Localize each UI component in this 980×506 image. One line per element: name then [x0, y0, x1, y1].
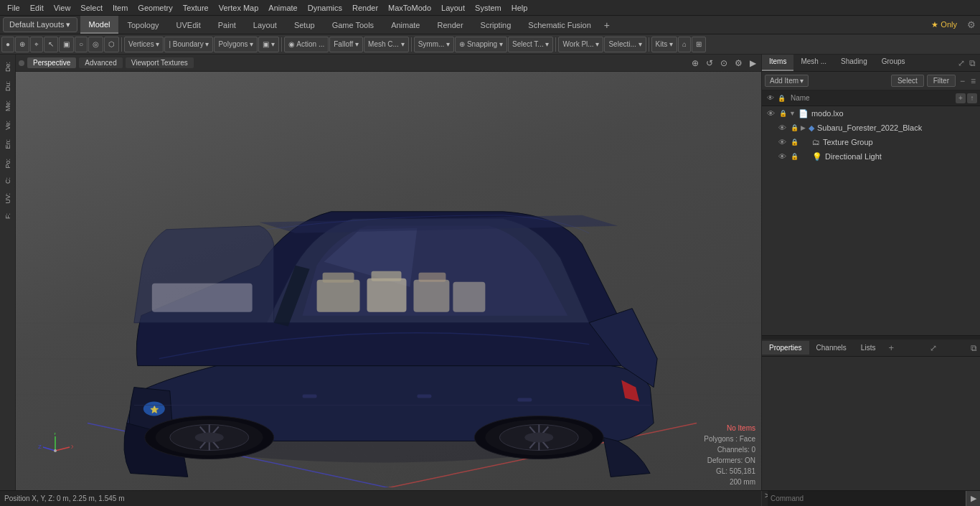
menu-item[interactable]: Item: [108, 2, 132, 14]
panel-tab-shading[interactable]: Shading: [834, 55, 875, 71]
viewport-settings-icon[interactable]: ⚙: [732, 57, 745, 69]
menu-geometry[interactable]: Geometry: [133, 2, 176, 14]
select-btn[interactable]: Select: [891, 75, 924, 87]
tab-topology[interactable]: Topology: [118, 16, 167, 34]
polygons-dropdown[interactable]: Polygons ▾: [214, 37, 258, 52]
sidebar-tab-du[interactable]: Du:: [3, 77, 13, 95]
col-sort[interactable]: ↑: [967, 93, 977, 103]
scene-tree[interactable]: 👁 🔒 ▼ 📄 modo.lxo 👁 🔒 ▶ ◆ Subaru_Forester…: [762, 106, 980, 335]
menu-vertex-map[interactable]: Vertex Map: [215, 2, 263, 14]
panel-tab-groups[interactable]: Groups: [875, 55, 913, 71]
mesh-c-btn[interactable]: Mesh C... ▾: [364, 37, 409, 52]
sidebar-tab-po[interactable]: Po:: [3, 154, 13, 173]
mesh-mode-btn[interactable]: ▣ ▾: [258, 37, 279, 52]
symm-btn[interactable]: Symm... ▾: [414, 37, 454, 52]
panel-detach-icon[interactable]: ⧉: [968, 57, 977, 70]
menu-dynamics[interactable]: Dynamics: [303, 2, 347, 14]
viewport[interactable]: Perspective Advanced Viewport Textures ⊕…: [16, 55, 761, 490]
props-detach-btn[interactable]: ⧉: [968, 342, 980, 355]
selecti-btn[interactable]: Selecti... ▾: [604, 37, 646, 52]
tree-eye-2[interactable]: 👁: [776, 138, 788, 146]
viewport-fit-icon[interactable]: ⊕: [689, 57, 701, 69]
panel-tab-mesh[interactable]: Mesh ...: [793, 55, 834, 71]
boundary-dropdown[interactable]: | Boundary ▾: [164, 37, 213, 52]
props-tab-properties[interactable]: Properties: [762, 341, 809, 355]
viewport-tab-textures[interactable]: Viewport Textures: [126, 57, 194, 68]
command-input[interactable]: [768, 491, 966, 506]
circle-btn[interactable]: ○: [75, 37, 88, 52]
tab-animate[interactable]: Animate: [382, 16, 428, 34]
tab-layout[interactable]: Layout: [245, 16, 286, 34]
viewport-play-icon[interactable]: ▶: [748, 57, 758, 69]
tab-paint[interactable]: Paint: [209, 16, 245, 34]
home-btn[interactable]: ⌂: [678, 37, 691, 52]
kits-btn[interactable]: Kits ▾: [651, 37, 677, 52]
tree-item-modo-lxo[interactable]: 👁 🔒 ▼ 📄 modo.lxo: [762, 106, 980, 121]
tree-item-directional-light[interactable]: 👁 🔒 💡 Directional Light: [762, 149, 980, 164]
menu-maxtomodo[interactable]: MaxToModo: [384, 2, 435, 14]
work-pl-btn[interactable]: Work Pl... ▾: [558, 37, 603, 52]
scene-area[interactable]: ⭐ X Y Z: [16, 72, 761, 490]
props-add-btn[interactable]: +: [884, 341, 898, 355]
menu-system[interactable]: System: [471, 2, 506, 14]
panel-expand-icon[interactable]: ⤢: [956, 57, 966, 70]
center-btn[interactable]: ⌖: [30, 37, 43, 52]
action-btn[interactable]: ◉ Action ...: [284, 37, 329, 52]
vertices-dropdown[interactable]: Vertices ▾: [124, 37, 164, 52]
menu-select[interactable]: Select: [76, 2, 107, 14]
props-tab-channels[interactable]: Channels: [809, 341, 854, 355]
add-layout-tab[interactable]: +: [600, 18, 614, 32]
viewport-zoom-icon[interactable]: ⊙: [718, 57, 730, 69]
sidebar-tab-uv[interactable]: UV:: [3, 189, 13, 208]
tree-item-texture-group[interactable]: 👁 🔒 🗂 Texture Group: [762, 135, 980, 149]
menu-help[interactable]: Help: [507, 2, 532, 14]
select-t-btn[interactable]: Select T... ▾: [508, 37, 554, 52]
panel-tab-items[interactable]: Items: [762, 55, 793, 71]
tab-scripting[interactable]: Scripting: [472, 16, 520, 34]
menu-texture[interactable]: Texture: [179, 2, 213, 14]
sidebar-tab-f[interactable]: F:: [3, 209, 13, 223]
props-expand-btn[interactable]: ⤢: [927, 342, 940, 355]
lasso-btn[interactable]: ◎: [88, 37, 103, 52]
layout-dropdown[interactable]: Default Layouts ▾: [3, 17, 77, 32]
tree-eye-1[interactable]: 👁: [776, 123, 788, 132]
command-go-button[interactable]: ▶: [966, 491, 980, 506]
viewport-tab-advanced[interactable]: Advanced: [79, 57, 122, 68]
grid-btn[interactable]: ⊞: [692, 37, 706, 52]
tab-uvedit[interactable]: UVEdit: [168, 16, 209, 34]
tab-schematic-fusion[interactable]: Schematic Fusion: [519, 16, 599, 34]
panel-collapse-icon[interactable]: −: [958, 76, 966, 86]
viewport-reset-icon[interactable]: ↺: [704, 57, 715, 69]
box-btn[interactable]: ▣: [59, 37, 74, 52]
menu-render[interactable]: Render: [348, 2, 382, 14]
tab-model[interactable]: Model: [80, 16, 119, 34]
props-tab-lists[interactable]: Lists: [854, 341, 883, 355]
tree-arrow-0[interactable]: ▼: [789, 110, 796, 117]
cursor-btn[interactable]: ↖: [44, 37, 58, 52]
layout-settings-icon[interactable]: ⚙: [963, 18, 980, 32]
add-item-dropdown[interactable]: Add Item ▾: [765, 75, 809, 87]
col-add[interactable]: +: [956, 93, 966, 103]
tree-item-subaru[interactable]: 👁 🔒 ▶ ◆ Subaru_Forester_2022_Black: [762, 121, 980, 135]
sidebar-tab-de[interactable]: De:: [3, 57, 13, 76]
menu-file[interactable]: File: [3, 2, 24, 14]
crosshair-btn[interactable]: ⊕: [15, 37, 29, 52]
sidebar-tab-en[interactable]: En:: [3, 135, 13, 154]
sidebar-tab-c[interactable]: C:: [3, 173, 13, 188]
menu-layout[interactable]: Layout: [437, 2, 469, 14]
tree-arrow-1[interactable]: ▶: [801, 124, 806, 131]
select-mode-btn[interactable]: ●: [1, 37, 14, 52]
filter-btn[interactable]: Filter: [927, 75, 956, 87]
snapping-btn[interactable]: ⊕ Snapping ▾: [455, 37, 507, 52]
tree-eye-3[interactable]: 👁: [776, 152, 788, 161]
menu-edit[interactable]: Edit: [26, 2, 48, 14]
tree-eye-0[interactable]: 👁: [765, 109, 776, 118]
tree-lock-2[interactable]: 🔒: [789, 139, 799, 146]
panel-options-icon[interactable]: ≡: [969, 76, 977, 86]
falloff-btn[interactable]: Falloff ▾: [329, 37, 363, 52]
sidebar-tab-me[interactable]: Me:: [3, 96, 13, 116]
menu-animate[interactable]: Animate: [264, 2, 301, 14]
tab-setup[interactable]: Setup: [286, 16, 324, 34]
menu-view[interactable]: View: [50, 2, 75, 14]
tree-lock-0[interactable]: 🔒: [778, 110, 788, 117]
